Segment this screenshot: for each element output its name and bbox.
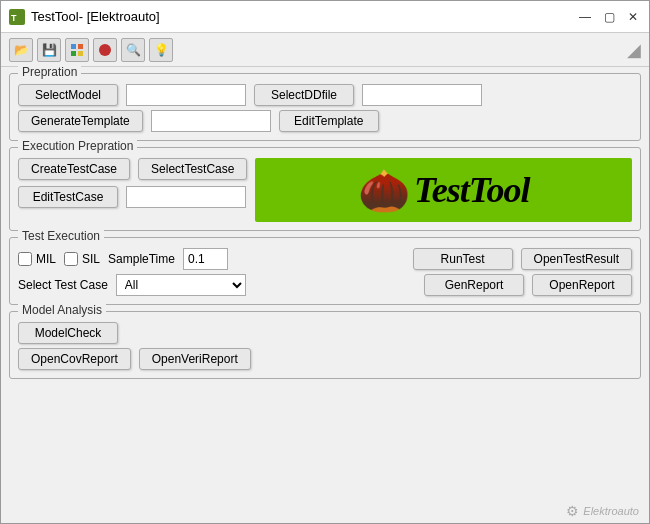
title-bar: T TestTool- [Elektroauto] — ▢ ✕ bbox=[1, 1, 649, 33]
prep-row-2: GenerateTemplate EditTemplate bbox=[18, 110, 632, 132]
main-window: T TestTool- [Elektroauto] — ▢ ✕ 📂 💾 🔍 💡 … bbox=[0, 0, 650, 524]
svg-rect-3 bbox=[78, 44, 83, 49]
template-input[interactable] bbox=[151, 110, 271, 132]
gear-icon: ⚙ bbox=[566, 503, 579, 519]
execution-prep-label: Execution Prepration bbox=[18, 139, 137, 153]
svg-text:T: T bbox=[11, 13, 17, 23]
open-test-result-button[interactable]: OpenTestResult bbox=[521, 248, 632, 270]
mil-label: MIL bbox=[36, 252, 56, 266]
build-icon[interactable] bbox=[65, 38, 89, 62]
generate-template-button[interactable]: GenerateTemplate bbox=[18, 110, 143, 132]
title-bar-controls: — ▢ ✕ bbox=[577, 9, 641, 25]
minimize-button[interactable]: — bbox=[577, 9, 593, 25]
svg-rect-4 bbox=[71, 51, 76, 56]
acorn-icon: 🌰 bbox=[358, 166, 410, 215]
app-icon: T bbox=[9, 9, 25, 25]
sphere-icon[interactable] bbox=[93, 38, 117, 62]
select-dd-button[interactable]: SelectDDfile bbox=[254, 84, 354, 106]
exec-row-2: EditTestCase bbox=[18, 186, 247, 208]
exec-row-1: CreateTestCase SelectTestCase bbox=[18, 158, 247, 180]
test-exec-row-2: Select Test Case All Case1 Case2 Case3 G… bbox=[18, 274, 632, 296]
toolbar: 📂 💾 🔍 💡 ◢ bbox=[1, 33, 649, 67]
model-input[interactable] bbox=[126, 84, 246, 106]
open-veri-report-button[interactable]: OpenVeriReport bbox=[139, 348, 251, 370]
close-button[interactable]: ✕ bbox=[625, 9, 641, 25]
prep-row-1: SelectModel SelectDDfile bbox=[18, 84, 632, 106]
svg-rect-2 bbox=[71, 44, 76, 49]
test-case-dropdown[interactable]: All Case1 Case2 Case3 bbox=[116, 274, 246, 296]
model-analysis-group: Model Analysis ModelCheck OpenCovReport … bbox=[9, 311, 641, 379]
find-icon[interactable]: 🔍 bbox=[121, 38, 145, 62]
status-bar: ⚙ Elektroauto bbox=[1, 501, 649, 523]
watermark-label: Elektroauto bbox=[583, 505, 639, 517]
sample-time-label: SampleTime bbox=[108, 252, 175, 266]
test-execution-group: Test Execution MIL SIL SampleTime RunTes… bbox=[9, 237, 641, 305]
select-test-case-button[interactable]: SelectTestCase bbox=[138, 158, 247, 180]
sil-checkbox-label[interactable]: SIL bbox=[64, 252, 100, 266]
resize-handle: ◢ bbox=[627, 39, 641, 61]
select-test-case-label: Select Test Case bbox=[18, 278, 108, 292]
run-test-button[interactable]: RunTest bbox=[413, 248, 513, 270]
gen-report-button[interactable]: GenReport bbox=[424, 274, 524, 296]
open-icon[interactable]: 📂 bbox=[9, 38, 33, 62]
model-check-button[interactable]: ModelCheck bbox=[18, 322, 118, 344]
sil-label: SIL bbox=[82, 252, 100, 266]
model-analysis-row-2: OpenCovReport OpenVeriReport bbox=[18, 348, 632, 370]
svg-rect-5 bbox=[78, 51, 83, 56]
select-model-button[interactable]: SelectModel bbox=[18, 84, 118, 106]
preparation-group: Prepration SelectModel SelectDDfile Gene… bbox=[9, 73, 641, 141]
mil-checkbox[interactable] bbox=[18, 252, 32, 266]
window-title: TestTool- [Elektroauto] bbox=[31, 9, 160, 24]
bulb-icon[interactable]: 💡 bbox=[149, 38, 173, 62]
create-test-case-button[interactable]: CreateTestCase bbox=[18, 158, 130, 180]
maximize-button[interactable]: ▢ bbox=[601, 9, 617, 25]
open-report-button[interactable]: OpenReport bbox=[532, 274, 632, 296]
content-area: Prepration SelectModel SelectDDfile Gene… bbox=[1, 67, 649, 501]
test-exec-row-1: MIL SIL SampleTime RunTest OpenTestResul… bbox=[18, 248, 632, 270]
test-execution-label: Test Execution bbox=[18, 229, 104, 243]
edit-test-case-button[interactable]: EditTestCase bbox=[18, 186, 118, 208]
mil-checkbox-label[interactable]: MIL bbox=[18, 252, 56, 266]
save-icon[interactable]: 💾 bbox=[37, 38, 61, 62]
logo-text: TestTool bbox=[414, 169, 529, 211]
open-cov-report-button[interactable]: OpenCovReport bbox=[18, 348, 131, 370]
svg-point-6 bbox=[99, 44, 111, 56]
edit-template-button[interactable]: EditTemplate bbox=[279, 110, 379, 132]
model-analysis-row-1: ModelCheck bbox=[18, 322, 632, 344]
sil-checkbox[interactable] bbox=[64, 252, 78, 266]
model-analysis-label: Model Analysis bbox=[18, 303, 106, 317]
execution-prep-group: Execution Prepration CreateTestCase Sele… bbox=[9, 147, 641, 231]
title-bar-left: T TestTool- [Elektroauto] bbox=[9, 9, 160, 25]
preparation-label: Prepration bbox=[18, 65, 81, 79]
edit-test-case-input[interactable] bbox=[126, 186, 246, 208]
logo-area: 🌰 TestTool bbox=[255, 158, 632, 222]
dd-input[interactable] bbox=[362, 84, 482, 106]
sample-time-input[interactable] bbox=[183, 248, 228, 270]
